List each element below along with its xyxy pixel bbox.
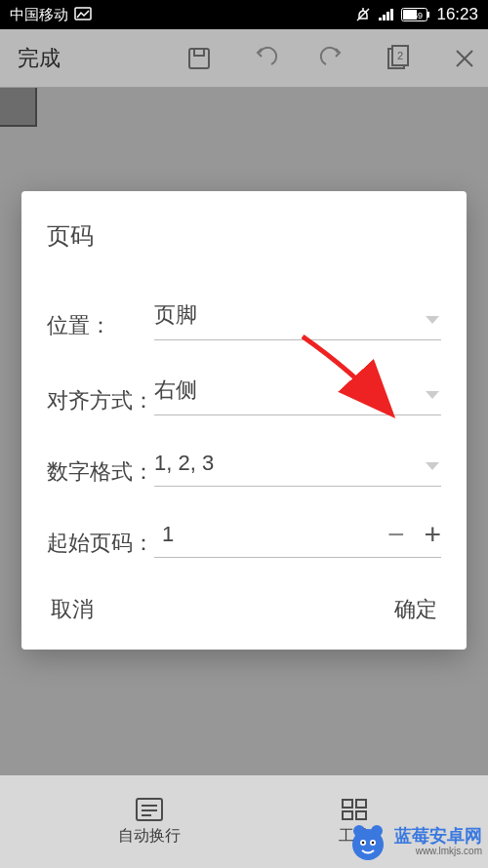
svg-rect-3 xyxy=(383,15,386,20)
screenshot-icon xyxy=(74,7,92,23)
value-align: 右侧 xyxy=(154,377,197,402)
row-start: 起始页码： 1 − + xyxy=(47,516,441,558)
stepper-minus-button[interactable]: − xyxy=(387,520,405,549)
done-button[interactable]: 完成 xyxy=(10,44,68,73)
field-format[interactable]: 1, 2, 3 xyxy=(154,445,441,487)
svg-point-33 xyxy=(372,842,375,845)
redo-icon[interactable] xyxy=(318,45,346,72)
row-position: 位置： 页脚 xyxy=(47,295,441,340)
svg-marker-23 xyxy=(426,316,439,324)
field-start: 1 − + xyxy=(154,516,441,558)
save-icon[interactable] xyxy=(185,45,213,72)
dialog-actions: 取消 确定 xyxy=(47,595,441,624)
cancel-button[interactable]: 取消 xyxy=(51,595,94,624)
page-number-dialog: 页码 位置： 页脚 对齐方式： 右侧 数字格式： 1, 2, 3 起始页码： xyxy=(21,191,467,650)
svg-rect-2 xyxy=(379,18,382,20)
svg-rect-4 xyxy=(386,12,389,20)
row-align: 对齐方式： 右侧 xyxy=(47,370,441,415)
chevron-down-icon xyxy=(426,391,439,401)
svg-marker-25 xyxy=(426,462,439,470)
status-right: 59 16:23 xyxy=(354,5,478,24)
close-icon[interactable] xyxy=(451,45,478,72)
svg-rect-19 xyxy=(343,800,352,808)
status-left: 中国移动 xyxy=(10,6,92,24)
svg-point-32 xyxy=(362,842,365,845)
svg-rect-8 xyxy=(427,12,429,18)
undo-icon[interactable] xyxy=(252,45,279,72)
svg-point-29 xyxy=(371,825,383,837)
page-badge-text: 2 xyxy=(397,50,403,61)
start-stepper: − + xyxy=(387,520,441,549)
label-start: 起始页码： xyxy=(47,530,154,558)
svg-rect-21 xyxy=(343,811,352,819)
stepper-plus-button[interactable]: + xyxy=(424,520,441,549)
status-bar: 中国移动 59 16:23 xyxy=(0,0,488,29)
watermark-mascot-icon xyxy=(347,821,388,862)
svg-point-28 xyxy=(353,825,365,837)
silent-icon xyxy=(354,6,372,23)
svg-rect-22 xyxy=(356,811,366,819)
dialog-title: 页码 xyxy=(47,220,441,252)
nav-auto-wrap-label: 自动换行 xyxy=(118,826,181,847)
svg-rect-20 xyxy=(356,800,366,808)
carrier-label: 中国移动 xyxy=(10,6,68,24)
value-format: 1, 2, 3 xyxy=(154,451,214,475)
pages-icon[interactable]: 2 xyxy=(385,45,412,72)
value-position: 页脚 xyxy=(154,302,197,327)
field-position[interactable]: 页脚 xyxy=(154,295,441,340)
signal-icon xyxy=(378,8,395,21)
field-align[interactable]: 右侧 xyxy=(154,370,441,415)
label-align: 对齐方式： xyxy=(47,387,154,415)
chevron-down-icon xyxy=(426,462,439,472)
nav-auto-wrap[interactable]: 自动换行 xyxy=(118,797,181,847)
watermark-url: www.lmkjs.com xyxy=(416,846,482,856)
confirm-button[interactable]: 确定 xyxy=(394,595,437,624)
clock-label: 16:23 xyxy=(436,5,478,24)
battery-icon: 59 xyxy=(401,8,430,21)
row-format: 数字格式： 1, 2, 3 xyxy=(47,445,441,487)
svg-rect-10 xyxy=(194,49,204,56)
svg-rect-9 xyxy=(189,49,209,68)
watermark-brand: 蓝莓安卓网 xyxy=(394,827,482,847)
value-start[interactable]: 1 xyxy=(154,522,174,546)
battery-text: 59 xyxy=(413,11,423,20)
watermark: 蓝莓安卓网 www.lmkjs.com xyxy=(347,821,482,862)
chevron-down-icon xyxy=(426,316,439,326)
svg-marker-24 xyxy=(426,391,439,399)
app-toolbar: 完成 2 xyxy=(0,29,488,88)
label-format: 数字格式： xyxy=(47,458,154,487)
label-position: 位置： xyxy=(47,312,154,340)
svg-rect-5 xyxy=(390,9,393,20)
